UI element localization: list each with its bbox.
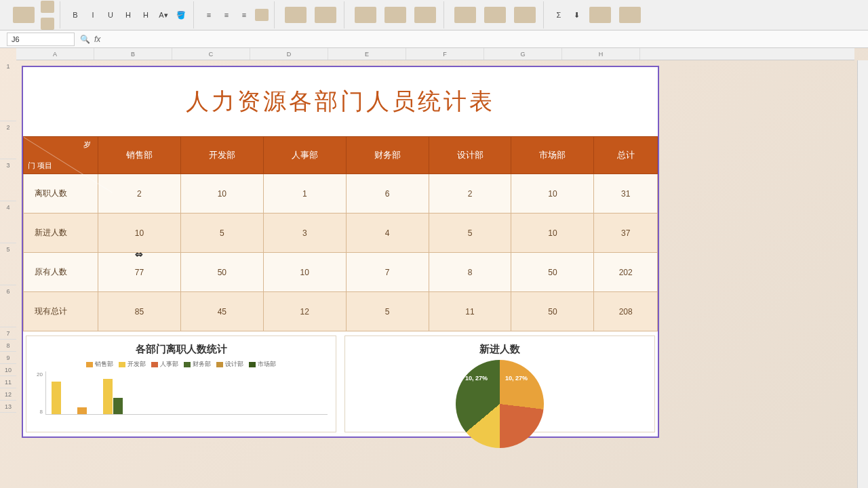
row-label[interactable]: 原有人数: [24, 253, 98, 292]
table-header[interactable]: 开发部: [180, 137, 263, 174]
table-cell[interactable]: 37: [594, 214, 658, 253]
row-header[interactable]: 13: [0, 401, 16, 413]
table-cell[interactable]: 3: [263, 214, 346, 253]
row-header[interactable]: 11: [0, 376, 16, 388]
row-header[interactable]: 4: [0, 201, 16, 243]
col-header[interactable]: B: [94, 48, 172, 60]
table-cell[interactable]: 50: [511, 292, 594, 331]
bar-chart-box[interactable]: 各部门离职人数统计 销售部 开发部 人事部 财务部 设计部 市场部 208: [26, 336, 336, 432]
col-header[interactable]: H: [562, 48, 640, 60]
paste-button[interactable]: [9, 2, 38, 28]
row-headers[interactable]: 1 2 3 4 5 6 7 8 9 10 11 12 13: [0, 60, 16, 413]
table-style-button[interactable]: [381, 2, 410, 28]
col-header[interactable]: F: [406, 48, 484, 60]
pie-chart-box[interactable]: 新进人数 10, 27% 10, 27%: [344, 336, 655, 432]
row-label[interactable]: 新进人数: [24, 214, 98, 253]
table-cell[interactable]: 7: [346, 253, 429, 292]
table-cell[interactable]: 5: [180, 214, 263, 253]
table-cell[interactable]: 202: [594, 253, 658, 292]
table-cell[interactable]: 45: [180, 292, 263, 331]
autosum-button[interactable]: Σ: [551, 7, 567, 23]
magnify-icon[interactable]: 🔍: [80, 35, 90, 44]
row-header[interactable]: 1: [0, 60, 16, 121]
row-header[interactable]: 6: [0, 285, 16, 327]
table-cell[interactable]: 50: [511, 253, 594, 292]
cell-style-button[interactable]: [411, 2, 439, 28]
table-cell[interactable]: 8: [429, 253, 511, 292]
bar-chart-canvas: 208: [31, 371, 332, 426]
row-header[interactable]: 2: [0, 121, 16, 159]
col-header[interactable]: C: [172, 48, 250, 60]
table-header[interactable]: 销售部: [98, 137, 181, 174]
row-header[interactable]: 9: [0, 352, 16, 364]
row-label[interactable]: 离职人数: [24, 174, 98, 214]
fx-label[interactable]: fx: [94, 35, 100, 44]
align-center-button[interactable]: ≡: [218, 7, 235, 23]
col-header[interactable]: E: [328, 48, 406, 60]
underline-button[interactable]: U: [102, 7, 119, 23]
table-cell[interactable]: 10: [263, 253, 346, 292]
table-cell[interactable]: 10: [180, 174, 263, 214]
cut-button[interactable]: [39, 0, 56, 15]
font-grow-button[interactable]: H: [120, 7, 136, 23]
table-cell[interactable]: 2: [98, 174, 181, 214]
table-cell[interactable]: 50: [180, 253, 263, 292]
table-header[interactable]: 市场部: [511, 137, 594, 174]
col-header[interactable]: D: [250, 48, 328, 60]
row-header[interactable]: 12: [0, 388, 16, 401]
table-cell[interactable]: 10: [98, 214, 181, 253]
table-corner-cell[interactable]: 岁 门 项目: [24, 137, 98, 174]
table-cell[interactable]: 5: [429, 214, 511, 253]
table-cell[interactable]: 85: [98, 292, 181, 331]
copy-button[interactable]: [39, 16, 56, 32]
font-color-button[interactable]: A▾: [155, 7, 172, 23]
formula-input[interactable]: [104, 33, 861, 46]
row-header[interactable]: 8: [0, 340, 16, 352]
number-format-button[interactable]: [281, 2, 310, 28]
table-cell[interactable]: 31: [594, 174, 658, 214]
table-cell[interactable]: 12: [263, 292, 346, 331]
fill-color-button[interactable]: 🪣: [173, 7, 189, 23]
fill-button[interactable]: ⬇: [568, 7, 585, 23]
delete-button[interactable]: [481, 2, 509, 28]
table-header[interactable]: 人事部: [263, 137, 346, 174]
row-header[interactable]: 5: [0, 243, 16, 285]
table-cell[interactable]: 10: [511, 174, 594, 214]
table-cell[interactable]: 77 ⇔: [98, 253, 181, 292]
table-header[interactable]: 设计部: [429, 137, 511, 174]
col-header[interactable]: G: [484, 48, 562, 60]
table-cell[interactable]: 5: [346, 292, 429, 331]
col-header[interactable]: A: [16, 48, 94, 60]
find-button[interactable]: [616, 2, 644, 28]
table-cell[interactable]: 1: [263, 174, 346, 214]
table-cell[interactable]: 2: [429, 174, 511, 214]
column-headers[interactable]: A B C D E F G H: [16, 48, 854, 60]
row-header[interactable]: 3: [0, 159, 16, 201]
table-header[interactable]: 财务部: [346, 137, 429, 174]
table-header[interactable]: 总计: [594, 137, 658, 174]
name-box[interactable]: J6: [7, 33, 75, 46]
percent-button[interactable]: [311, 2, 340, 28]
conditional-format-button[interactable]: [351, 2, 380, 28]
vertical-scrollbar[interactable]: [857, 60, 868, 488]
row-header[interactable]: 7: [0, 327, 16, 340]
font-shrink-button[interactable]: H: [138, 7, 154, 23]
bold-button[interactable]: B: [67, 7, 83, 23]
table-cell[interactable]: 6: [346, 174, 429, 214]
align-right-button[interactable]: ≡: [236, 7, 252, 23]
row-header[interactable]: 10: [0, 364, 16, 376]
insert-button[interactable]: [451, 2, 479, 28]
table-cell[interactable]: 10: [511, 214, 594, 253]
title-block: 人力资源各部门人员统计表: [23, 67, 658, 136]
align-left-button[interactable]: ≡: [201, 7, 217, 23]
pie-chart-canvas: 10, 27% 10, 27%: [349, 360, 650, 428]
table-cell[interactable]: 208: [594, 292, 658, 331]
spreadsheet-grid[interactable]: A B C D E F G H 1 2 3 4 5 6 7 8 9 10 11 …: [0, 48, 868, 488]
row-label[interactable]: 现有总计: [24, 292, 98, 331]
table-cell[interactable]: 11: [429, 292, 511, 331]
italic-button[interactable]: I: [85, 7, 101, 23]
table-cell[interactable]: 4: [346, 214, 429, 253]
sort-filter-button[interactable]: [586, 2, 614, 28]
format-button[interactable]: [511, 2, 539, 28]
merge-button[interactable]: [254, 7, 270, 23]
